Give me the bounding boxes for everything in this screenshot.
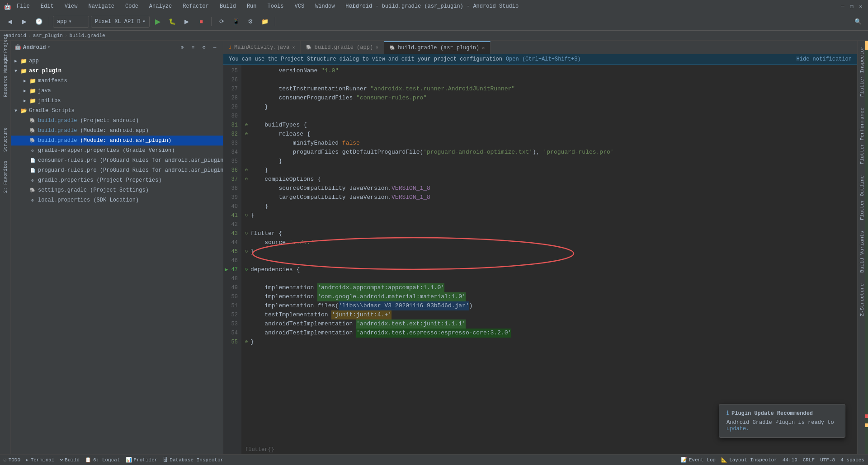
minimize-panel-button[interactable]: —: [210, 43, 219, 52]
resource-manager-icon[interactable]: Resource Manager: [0, 70, 10, 80]
toolbar-recent-button[interactable]: 🕐: [33, 15, 45, 28]
tree-item-jnilibs[interactable]: ▶ 📁 jniLibs: [11, 96, 223, 106]
sdk-manager-button[interactable]: ⚙: [244, 15, 257, 28]
scope-button[interactable]: ⊕: [178, 43, 187, 52]
folder-icon: 📂: [20, 107, 27, 114]
code-line-45: ⊖ }: [245, 247, 854, 256]
menu-vcs[interactable]: VCS: [293, 2, 307, 10]
folder-icon: 📁: [20, 67, 27, 75]
menu-build[interactable]: Build: [218, 2, 238, 10]
code-line-34: proguardFiles getDefaultProguardFile('pr…: [245, 148, 854, 157]
tree-item-proguard-rules[interactable]: ▶ 📄 proguard-rules.pro (ProGuard Rules f…: [11, 165, 223, 175]
menu-code[interactable]: Code: [123, 2, 140, 10]
toolbar-back-button[interactable]: ◀: [4, 15, 16, 28]
indicator-top: [865, 41, 868, 50]
tree-item-gradle-properties[interactable]: ▶ ⚙ gradle.properties (Project Propertie…: [11, 175, 223, 185]
code-line-41: ⊖ }: [245, 211, 854, 220]
indent-indicator[interactable]: 4 spaces: [840, 457, 864, 463]
code-editor: 25 26 27 28 29 30 31 32 33 34 35 36 37 3…: [223, 65, 857, 454]
tab-close-build-gradle-app[interactable]: ✕: [376, 45, 378, 50]
debug-button[interactable]: 🐛: [166, 15, 179, 28]
project-structure-button[interactable]: 📁: [259, 15, 271, 28]
tree-item-build-gradle-project[interactable]: ▶ 🐘 build.gradle (Project: android): [11, 116, 223, 126]
line-separator-indicator[interactable]: CRLF: [803, 457, 815, 463]
terminal-button[interactable]: ▸ Terminal: [26, 457, 54, 463]
menu-tools[interactable]: Tools: [266, 2, 286, 10]
gear-icon[interactable]: ⚙: [199, 43, 208, 52]
open-project-structure-link[interactable]: Open (Ctrl+Alt+Shift+S): [506, 56, 581, 62]
line-column-indicator[interactable]: 44:19: [783, 457, 797, 463]
menu-analyze[interactable]: Analyze: [147, 2, 174, 10]
search-everywhere-button[interactable]: 🔍: [852, 15, 864, 28]
app-selector[interactable]: app ▾: [53, 16, 89, 28]
tree-item-build-gradle-asr[interactable]: ▶ 🐘 build.gradle (Module: android.asr_pl…: [11, 136, 223, 146]
line-num-27: 27: [223, 85, 238, 94]
line-num-25: 25: [223, 66, 238, 75]
tree-label: build.gradle (Module: android.app): [38, 127, 149, 134]
tree-item-java[interactable]: ▶ 📁 java: [11, 86, 223, 96]
structure-icon[interactable]: Structure: [0, 135, 10, 145]
tree-label: java: [38, 88, 51, 94]
device-selector[interactable]: Pixel XL API R ▾: [91, 16, 150, 28]
code-line-35: }: [245, 157, 854, 166]
menu-window[interactable]: Window: [313, 2, 336, 10]
close-button[interactable]: ✕: [857, 3, 864, 10]
sync-button[interactable]: ⟳: [215, 15, 228, 28]
project-icon[interactable]: 1: Project: [0, 42, 10, 52]
run-button[interactable]: ▶: [151, 15, 164, 28]
tab-main-activity[interactable]: J MainActivity.java ✕: [223, 41, 301, 54]
encoding-indicator[interactable]: UTF-8: [820, 457, 835, 463]
tree-item-local-properties[interactable]: ▶ ⚙ local.properties (SDK Location): [11, 195, 223, 205]
tab-close-main-activity[interactable]: ✕: [292, 45, 295, 50]
run-with-coverage-button[interactable]: ▶: [180, 15, 193, 28]
tab-close-build-gradle-asr[interactable]: ✕: [482, 45, 485, 51]
layout-inspector-button[interactable]: 📐 Layout Inspector: [721, 457, 777, 463]
props-icon: ⚙: [29, 147, 36, 154]
menu-file[interactable]: File: [15, 2, 32, 10]
build-button[interactable]: ⚒ Build: [60, 457, 80, 463]
tree-item-build-gradle-app[interactable]: ▶ 🐘 build.gradle (Module: android.app): [11, 126, 223, 136]
breadcrumb-android[interactable]: android: [5, 33, 26, 38]
maximize-button[interactable]: ❐: [848, 3, 855, 10]
toolbar-separator-3: [275, 17, 275, 26]
stop-button[interactable]: ■: [195, 15, 208, 28]
hide-notification-link[interactable]: Hide notification: [797, 56, 852, 62]
settings-button[interactable]: ≡: [189, 43, 198, 52]
code-content[interactable]: versionName "1.0" testInstrumentationRun…: [241, 65, 857, 454]
breadcrumb-asr-plugin[interactable]: asr_plugin: [33, 33, 63, 38]
tree-item-manifests[interactable]: ▶ 📁 manifests: [11, 76, 223, 86]
avd-manager-button[interactable]: 📱: [230, 15, 242, 28]
gradle-icon-active: 🐘: [390, 45, 395, 51]
tree-item-consumer-rules[interactable]: ▶ 📄 consumer-rules.pro (ProGuard Rules f…: [11, 155, 223, 165]
profiler-button[interactable]: 📊 Profiler: [126, 457, 158, 463]
tree-item-gradle-wrapper[interactable]: ▶ ⚙ gradle-wrapper.properties (Gradle Ve…: [11, 146, 223, 155]
event-log-button[interactable]: 📝 Event Log: [681, 457, 716, 463]
tree-label: settings.gradle (Project Settings): [38, 187, 149, 193]
menu-edit[interactable]: Edit: [39, 2, 56, 10]
tree-item-settings-gradle[interactable]: ▶ 🐘 settings.gradle (Project Settings): [11, 185, 223, 195]
favorites-icon[interactable]: 2: Favorites: [0, 172, 10, 182]
menu-view[interactable]: View: [63, 2, 80, 10]
todo-button[interactable]: ☑ TODO: [4, 457, 20, 463]
menu-navigate[interactable]: Navigate: [86, 2, 116, 10]
logcat-button[interactable]: 📋 6: Logcat: [85, 457, 120, 463]
props-icon: ⚙: [29, 197, 36, 204]
tree-item-app[interactable]: ▶ 📁 app: [11, 56, 223, 66]
line-num-41: 41: [223, 211, 238, 220]
event-log-icon: 📝: [681, 457, 687, 463]
line-num-51: 51: [223, 301, 238, 310]
breadcrumb-build-gradle[interactable]: build.gradle: [69, 33, 105, 38]
toolbar-forward-button[interactable]: ▶: [18, 15, 31, 28]
line-num-42: 42: [223, 220, 238, 229]
tree-item-gradle-scripts[interactable]: ▼ 📂 Gradle Scripts: [11, 106, 223, 116]
update-link[interactable]: update.: [726, 426, 749, 432]
tree-label: build.gradle (Project: android): [38, 117, 139, 124]
menu-refactor[interactable]: Refactor: [181, 2, 211, 10]
tree-label: asr_plugin: [29, 68, 61, 74]
tab-build-gradle-app[interactable]: 🐘 build.gradle (app) ✕: [301, 41, 384, 54]
database-inspector-button[interactable]: 🗄 Database Inspector: [163, 457, 223, 463]
menu-run[interactable]: Run: [245, 2, 259, 10]
minimize-button[interactable]: —: [839, 3, 846, 10]
tab-build-gradle-asr[interactable]: 🐘 build.gradle (asr_plugin) ✕: [384, 41, 491, 54]
tree-item-asr-plugin[interactable]: ▼ 📁 asr_plugin: [11, 66, 223, 76]
